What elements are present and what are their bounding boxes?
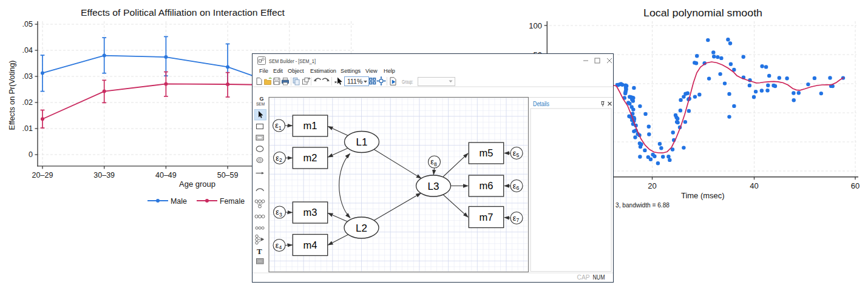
svg-text:Effects of Political Affiliati: Effects of Political Affiliation on Inte… bbox=[81, 7, 285, 18]
svg-text:G: G bbox=[260, 96, 264, 102]
svg-text:m3: m3 bbox=[303, 207, 317, 218]
svg-text:50–59: 50–59 bbox=[217, 171, 239, 179]
svg-text:NUM: NUM bbox=[593, 274, 605, 281]
svg-text:.01: .01 bbox=[22, 124, 33, 133]
svg-text:Effects on Pr(Voting): Effects on Pr(Voting) bbox=[8, 61, 16, 130]
svg-text:m2: m2 bbox=[303, 152, 317, 163]
svg-text:0: 0 bbox=[29, 150, 33, 159]
svg-text:100: 100 bbox=[529, 21, 542, 30]
svg-text:.02: .02 bbox=[22, 98, 33, 107]
svg-text:m6: m6 bbox=[480, 180, 493, 191]
svg-text:T: T bbox=[257, 247, 262, 256]
svg-text:Local polynomial smooth: Local polynomial smooth bbox=[643, 7, 762, 19]
svg-text:L3: L3 bbox=[428, 181, 439, 192]
svg-text:Help: Help bbox=[384, 68, 395, 74]
svg-text:Female: Female bbox=[220, 196, 245, 206]
svg-text:Object: Object bbox=[288, 68, 304, 74]
svg-text:.05: .05 bbox=[22, 20, 33, 29]
svg-text:Edit: Edit bbox=[273, 68, 283, 74]
svg-text:Settings: Settings bbox=[341, 68, 361, 74]
svg-text:.03: .03 bbox=[22, 72, 33, 81]
svg-text:SEM Builder - [SEM_1]: SEM Builder - [SEM_1] bbox=[269, 58, 316, 64]
svg-text:30–39: 30–39 bbox=[93, 171, 115, 179]
svg-text:Time (msec): Time (msec) bbox=[681, 191, 725, 200]
svg-text:L1: L1 bbox=[356, 136, 368, 148]
svg-text:60: 60 bbox=[851, 181, 860, 190]
svg-text:Group:: Group: bbox=[402, 79, 413, 85]
svg-text:.04: .04 bbox=[22, 46, 33, 55]
svg-text:SEM: SEM bbox=[256, 102, 265, 106]
svg-text:3, bandwidth = 6.88: 3, bandwidth = 6.88 bbox=[615, 201, 670, 209]
svg-text:Male: Male bbox=[171, 196, 187, 206]
svg-text:m1: m1 bbox=[303, 120, 317, 131]
svg-text:20: 20 bbox=[648, 181, 656, 190]
svg-text:m7: m7 bbox=[480, 212, 493, 223]
svg-text:L2: L2 bbox=[356, 223, 367, 234]
svg-text:CAP: CAP bbox=[577, 274, 590, 281]
svg-text:m4: m4 bbox=[303, 240, 317, 250]
svg-text:Details: Details bbox=[533, 100, 549, 107]
svg-text:Estimation: Estimation bbox=[310, 68, 336, 74]
svg-text:m5: m5 bbox=[480, 147, 493, 158]
svg-text:File: File bbox=[259, 68, 268, 74]
svg-text:40–49: 40–49 bbox=[155, 171, 177, 179]
svg-text:View: View bbox=[365, 68, 378, 74]
svg-text:40: 40 bbox=[750, 181, 758, 190]
svg-text:20–29: 20–29 bbox=[32, 171, 53, 179]
svg-text:Age group: Age group bbox=[179, 179, 215, 189]
svg-text:111%: 111% bbox=[347, 78, 362, 85]
